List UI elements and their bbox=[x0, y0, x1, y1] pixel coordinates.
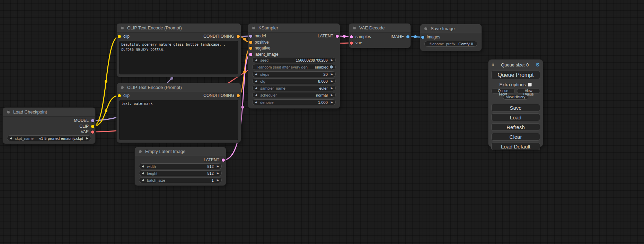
wire-clip-negative bbox=[93, 96, 119, 126]
widget-height[interactable]: ◀ height 512 ▶ bbox=[139, 170, 222, 176]
widget-batch-size[interactable]: ◀ batch_size 1 ▶ bbox=[139, 177, 222, 183]
output-row: IMAGE bbox=[349, 34, 411, 39]
input-row: latent_image bbox=[248, 52, 340, 57]
widget-label: cfg bbox=[260, 79, 265, 83]
prompt-textarea[interactable]: beautiful scenery nature glass bottle la… bbox=[119, 41, 238, 74]
widget-value: v1-5-pruned-emaonly.ckpt bbox=[39, 136, 83, 141]
collapse-dot[interactable] bbox=[7, 110, 10, 114]
widget-cfg[interactable]: ◀ cfg 8.000 ▶ bbox=[252, 78, 336, 84]
input-slot-vae[interactable] bbox=[350, 42, 353, 45]
output-slot-clip[interactable] bbox=[91, 125, 94, 128]
node-vae-decode[interactable]: VAE Decode samples IMAGE vae bbox=[349, 24, 411, 48]
node-clip-text-encode-negative[interactable]: CLIP Text Encode (Prompt) clip CONDITION… bbox=[117, 83, 241, 143]
widget-label: sampler_name bbox=[260, 86, 285, 90]
increment-arrow-icon[interactable]: ▶ bbox=[86, 137, 88, 140]
node-load-checkpoint[interactable]: Load Checkpoint MODEL CLIP VAE ◀ ckpt_na… bbox=[3, 108, 95, 144]
collapse-dot[interactable] bbox=[121, 26, 124, 30]
node-title-bar[interactable]: Save Image bbox=[420, 24, 482, 33]
node-title: KSampler bbox=[258, 25, 278, 30]
settings-gear-icon[interactable]: ⚙ bbox=[536, 62, 540, 68]
input-row: vae bbox=[349, 40, 411, 46]
load-button[interactable]: Load bbox=[491, 114, 540, 121]
output-slot-latent[interactable] bbox=[222, 159, 225, 162]
node-title-bar[interactable]: VAE Decode bbox=[349, 24, 411, 33]
widget-width[interactable]: ◀ width 512 ▶ bbox=[139, 163, 222, 169]
decrement-arrow-icon[interactable]: ◀ bbox=[255, 80, 257, 83]
node-empty-latent-image[interactable]: Empty Latent Image LATENT ◀ width 512 ▶ … bbox=[135, 147, 226, 186]
increment-arrow-icon[interactable]: ▶ bbox=[331, 73, 333, 76]
decrement-arrow-icon[interactable]: ◀ bbox=[142, 172, 144, 175]
graph-canvas[interactable]: Load Checkpoint MODEL CLIP VAE ◀ ckpt_na… bbox=[0, 0, 644, 244]
output-slot-vae[interactable] bbox=[91, 130, 94, 134]
queue-prompt-button[interactable]: Queue Prompt bbox=[491, 71, 540, 79]
widget-value: 1 bbox=[212, 178, 214, 182]
widget-steps[interactable]: ◀ steps 20 ▶ bbox=[252, 71, 336, 77]
widget-value: euler bbox=[319, 86, 327, 90]
node-title-bar[interactable]: CLIP Text Encode (Prompt) bbox=[117, 24, 241, 33]
increment-arrow-icon[interactable]: ▶ bbox=[331, 101, 333, 104]
decrement-arrow-icon[interactable]: ◀ bbox=[255, 59, 257, 62]
queue-front-button[interactable]: Queue Front bbox=[491, 89, 515, 93]
node-title-bar[interactable]: CLIP Text Encode (Prompt) bbox=[117, 83, 241, 92]
queue-actions-row: Queue Front View Queue bbox=[491, 89, 540, 93]
widget-filename-prefix[interactable]: filename_prefix ComfyUI bbox=[424, 41, 477, 47]
widget-scheduler[interactable]: ◀ scheduler normal ▶ bbox=[252, 92, 336, 98]
input-slot-images[interactable] bbox=[421, 36, 424, 39]
increment-arrow-icon[interactable]: ▶ bbox=[331, 59, 333, 62]
node-clip-text-encode-positive[interactable]: CLIP Text Encode (Prompt) clip CONDITION… bbox=[117, 24, 241, 77]
decrement-arrow-icon[interactable]: ◀ bbox=[142, 179, 144, 182]
output-slot-conditioning[interactable] bbox=[237, 94, 240, 97]
load-default-button[interactable]: Load Default bbox=[491, 143, 540, 150]
save-button[interactable]: Save bbox=[491, 104, 540, 111]
widget-random-seed-toggle[interactable]: Random seed after every gen enabled bbox=[252, 64, 336, 70]
extra-options-checkbox[interactable] bbox=[528, 83, 532, 87]
node-title-bar[interactable]: Empty Latent Image bbox=[135, 147, 226, 156]
output-label-conditioning: CONDITIONING bbox=[203, 93, 234, 98]
widget-value: normal bbox=[316, 93, 328, 97]
decrement-arrow-icon[interactable]: ◀ bbox=[142, 165, 144, 168]
decrement-arrow-icon[interactable]: ◀ bbox=[255, 101, 257, 104]
input-row: positive bbox=[248, 39, 340, 45]
decrement-arrow-icon[interactable]: ◀ bbox=[255, 94, 257, 97]
node-title: Empty Latent Image bbox=[145, 149, 185, 154]
input-slot-latent-image[interactable] bbox=[249, 53, 252, 56]
node-title-bar[interactable]: KSampler bbox=[248, 24, 340, 33]
collapse-dot[interactable] bbox=[139, 150, 142, 153]
widget-seed[interactable]: ◀ seed 156680208700286 ▶ bbox=[252, 57, 336, 63]
increment-arrow-icon[interactable]: ▶ bbox=[217, 172, 219, 175]
increment-arrow-icon[interactable]: ▶ bbox=[217, 165, 219, 168]
collapse-dot[interactable] bbox=[353, 26, 356, 30]
collapse-dot[interactable] bbox=[424, 27, 427, 30]
decrement-arrow-icon[interactable]: ◀ bbox=[255, 73, 257, 76]
input-slot-negative[interactable] bbox=[249, 47, 252, 50]
node-title-bar[interactable]: Load Checkpoint bbox=[3, 108, 95, 117]
increment-arrow-icon[interactable]: ▶ bbox=[331, 87, 333, 90]
widget-ckpt-name[interactable]: ◀ ckpt_name v1-5-pruned-emaonly.ckpt ▶ bbox=[7, 135, 91, 141]
drag-handle-icon[interactable]: ⠿ bbox=[491, 62, 494, 67]
output-slot-conditioning[interactable] bbox=[237, 35, 240, 38]
prompt-textarea[interactable]: text, watermark bbox=[119, 100, 238, 140]
wire-midpoint-dot bbox=[105, 80, 107, 83]
output-slot-latent[interactable] bbox=[336, 35, 339, 38]
clear-button[interactable]: Clear bbox=[491, 133, 540, 141]
decrement-arrow-icon[interactable]: ◀ bbox=[255, 87, 257, 90]
input-slot-positive[interactable] bbox=[249, 41, 252, 44]
increment-arrow-icon[interactable]: ▶ bbox=[331, 94, 333, 97]
output-row: CLIP bbox=[3, 124, 95, 129]
collapse-dot[interactable] bbox=[121, 86, 124, 89]
node-save-image[interactable]: Save Image images filename_prefix ComfyU… bbox=[420, 24, 482, 51]
node-ksampler[interactable]: KSampler model LATENT positive negative … bbox=[248, 24, 340, 108]
wire-midpoint-dot bbox=[170, 77, 173, 80]
widget-sampler-name[interactable]: ◀ sampler_name euler ▶ bbox=[252, 85, 336, 91]
increment-arrow-icon[interactable]: ▶ bbox=[331, 80, 333, 83]
decrement-arrow-icon[interactable]: ◀ bbox=[10, 137, 12, 140]
view-queue-button[interactable]: View Queue bbox=[517, 89, 540, 93]
view-history-button[interactable]: View History bbox=[503, 95, 528, 100]
refresh-button[interactable]: Refresh bbox=[491, 123, 540, 131]
increment-arrow-icon[interactable]: ▶ bbox=[217, 179, 219, 182]
widget-denoise[interactable]: ◀ denoise 1.000 ▶ bbox=[252, 99, 336, 105]
output-slot-image[interactable] bbox=[406, 35, 409, 38]
output-slot-model[interactable] bbox=[91, 119, 94, 122]
toggle-indicator[interactable] bbox=[330, 65, 333, 69]
collapse-dot[interactable] bbox=[252, 26, 255, 30]
